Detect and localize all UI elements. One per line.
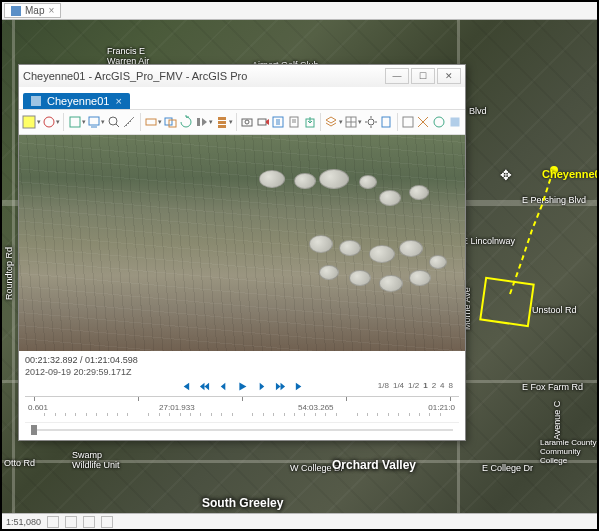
fmv-titlebar[interactable]: Cheyenne01 - ArcGIS_Pro_FMV - ArcGIS Pro… (19, 65, 465, 87)
video-footprint (479, 277, 535, 328)
export-button[interactable] (302, 114, 317, 130)
label-roundtop: Roundtop Rd (4, 247, 14, 300)
playback-row: 1/8 1/4 1/2 1 2 4 8 (25, 381, 459, 392)
svg-rect-24 (451, 118, 459, 126)
status-bar: 1:51,080 (2, 513, 597, 529)
speed-4[interactable]: 4 (440, 381, 444, 390)
label-swamp: Swamp Wildlife Unit (72, 450, 120, 470)
speed-1-8[interactable]: 1/8 (378, 381, 389, 390)
color-swatch-button[interactable] (22, 114, 37, 130)
label-orchard: Orchard Valley (332, 458, 416, 472)
status-icon[interactable] (65, 516, 77, 528)
speed-8[interactable]: 8 (449, 381, 453, 390)
fmv-tab-label: Cheyenne01 (47, 95, 109, 107)
settings-button[interactable] (363, 114, 378, 130)
properties-button[interactable] (379, 114, 394, 130)
dropdown-icon[interactable]: ▾ (37, 118, 41, 126)
step-forward-button[interactable] (256, 381, 267, 392)
dropdown-icon[interactable]: ▾ (229, 118, 233, 126)
play-button[interactable] (237, 381, 248, 392)
label-lincolnway: E Lincolnway (462, 236, 515, 246)
dropdown-icon[interactable]: ▾ (56, 118, 60, 126)
fmv-controls: 00:21:32.892 / 01:21:04.598 2012-09-19 2… (19, 351, 465, 440)
ruler-start: 0.601 (28, 403, 48, 412)
svg-rect-9 (197, 118, 200, 126)
svg-rect-12 (218, 125, 226, 128)
export-frames-button[interactable] (271, 114, 286, 130)
measure-button[interactable] (122, 114, 137, 130)
svg-rect-21 (382, 117, 390, 127)
fast-forward-button[interactable] (275, 381, 286, 392)
record-button[interactable] (255, 114, 270, 130)
fmv-video-tab[interactable]: Cheyenne01 × (23, 93, 130, 109)
bookmark-button[interactable] (214, 114, 229, 130)
tool-c-button[interactable] (432, 114, 447, 130)
label-laramie: Laramie County Community College (540, 438, 596, 465)
label-otto: Otto Rd (4, 458, 35, 468)
identify-button[interactable] (106, 114, 121, 130)
grid-button[interactable] (344, 114, 359, 130)
time-ruler[interactable]: 0.601 27:01.933 54:03.265 01:21:0 (25, 396, 459, 420)
ruler-end: 01:21:0 (428, 403, 455, 412)
svg-rect-6 (146, 119, 156, 125)
close-icon[interactable]: × (48, 5, 54, 16)
skip-start-button[interactable] (180, 381, 191, 392)
map-tab-bar: Map × (2, 2, 597, 20)
zoom-to-button[interactable] (67, 114, 82, 130)
scale-label: 1:51,080 (6, 517, 41, 527)
layer-button[interactable] (324, 114, 339, 130)
maximize-button[interactable]: ☐ (411, 68, 435, 84)
svg-rect-15 (258, 119, 266, 125)
step-back-button[interactable] (218, 381, 229, 392)
duration-time: 01:21:04.598 (85, 355, 138, 365)
dropdown-icon[interactable]: ▾ (101, 118, 105, 126)
svg-point-14 (245, 120, 249, 124)
speed-2[interactable]: 2 (432, 381, 436, 390)
svg-point-23 (434, 117, 444, 127)
overlay-button[interactable] (163, 114, 178, 130)
svg-rect-11 (218, 121, 226, 124)
speed-1[interactable]: 1 (423, 381, 427, 390)
svg-rect-3 (70, 117, 80, 127)
tool-d-button[interactable] (447, 114, 462, 130)
speed-1-4[interactable]: 1/4 (393, 381, 404, 390)
tool-b-button[interactable] (416, 114, 431, 130)
ruler-mid1: 27:01.933 (159, 403, 195, 412)
svg-point-20 (368, 119, 374, 125)
seek-thumb[interactable] (31, 425, 37, 435)
dropdown-icon[interactable]: ▾ (339, 118, 343, 126)
map-tab[interactable]: Map × (4, 3, 61, 18)
video-icon (31, 96, 41, 106)
fmv-video-frame[interactable] (19, 135, 465, 351)
status-icon[interactable] (83, 516, 95, 528)
dropdown-icon[interactable]: ▾ (209, 118, 213, 126)
status-icon[interactable] (101, 516, 113, 528)
metadata-button[interactable] (287, 114, 302, 130)
label-ustool: Unstool Rd (532, 305, 577, 315)
skip-end-button[interactable] (294, 381, 305, 392)
close-icon[interactable]: × (115, 95, 121, 107)
dropdown-icon[interactable]: ▾ (158, 118, 162, 126)
minimize-button[interactable]: — (385, 68, 409, 84)
select-button[interactable] (87, 114, 102, 130)
follow-button[interactable] (144, 114, 159, 130)
capture-button[interactable] (240, 114, 255, 130)
ruler-mid2: 54:03.265 (298, 403, 334, 412)
speed-1-2[interactable]: 1/2 (408, 381, 419, 390)
dropdown-icon[interactable]: ▾ (358, 118, 362, 126)
seek-slider[interactable] (25, 422, 459, 436)
graphic-tool-button[interactable] (42, 114, 57, 130)
speed-selector: 1/8 1/4 1/2 1 2 4 8 (378, 381, 453, 390)
label-foxfarm: E Fox Farm Rd (522, 382, 583, 392)
svg-rect-22 (403, 117, 413, 127)
tool-a-button[interactable] (400, 114, 415, 130)
frame-step-button[interactable] (195, 114, 210, 130)
rewind-button[interactable] (199, 381, 210, 392)
map-tab-label: Map (25, 5, 44, 16)
status-icon[interactable] (47, 516, 59, 528)
map-icon (11, 6, 21, 16)
close-button[interactable]: ✕ (437, 68, 461, 84)
dropdown-icon[interactable]: ▾ (82, 118, 86, 126)
sync-button[interactable] (179, 114, 194, 130)
svg-point-5 (109, 117, 117, 125)
